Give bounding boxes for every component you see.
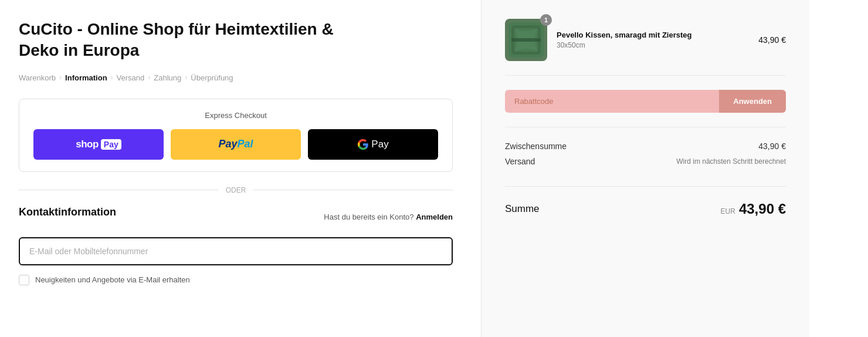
contact-header: Kontaktinformation Hast du bereits ein K… — [19, 206, 453, 228]
shipping-label: Versand — [505, 157, 535, 166]
breadcrumb-information[interactable]: Information — [65, 73, 107, 82]
left-panel: CuCito - Online Shop für Heimtextilien &… — [0, 0, 481, 337]
payment-buttons: shop Pay PayPal — [33, 129, 438, 160]
summary-rows: Zwischensumme 43,90 € Versand Wird im nä… — [505, 141, 786, 187]
login-link-area: Hast du bereits ein Konto? Anmelden — [324, 213, 453, 221]
discount-apply-button[interactable]: Anwenden — [719, 90, 786, 113]
discount-input[interactable] — [505, 90, 719, 113]
gpay-label: Pay — [357, 139, 388, 150]
total-label: Summe — [505, 203, 540, 215]
express-checkout-title: Express Checkout — [33, 111, 438, 120]
newsletter-row: Neuigkeiten und Angebote via E-Mail erha… — [19, 275, 453, 285]
total-row: Summe EUR 43,90 € — [505, 201, 786, 217]
paypal-button[interactable]: PayPal — [171, 129, 301, 160]
express-checkout-box: Express Checkout shop Pay PayPal — [19, 99, 453, 172]
quantity-badge: 1 — [540, 14, 552, 26]
right-panel: 1 Pevello Kissen, smaragd mit Ziersteg 3… — [481, 0, 809, 337]
total-value-group: EUR 43,90 € — [721, 201, 786, 217]
product-image — [505, 19, 547, 61]
product-subtitle: 30x50cm — [557, 41, 749, 49]
shoppay-button[interactable]: shop Pay — [33, 129, 164, 160]
breadcrumb-sep-1: › — [59, 73, 62, 82]
product-name: Pevello Kissen, smaragd mit Ziersteg — [557, 31, 749, 39]
newsletter-checkbox[interactable] — [19, 275, 29, 285]
discount-row: Anwenden — [505, 90, 786, 127]
breadcrumb-sep-4: › — [185, 73, 187, 82]
breadcrumb-sep-3: › — [148, 73, 150, 82]
newsletter-label: Neuigkeiten und Angebote via E-Mail erha… — [35, 275, 190, 284]
breadcrumb-zahlung[interactable]: Zahlung — [154, 73, 181, 82]
product-info: Pevello Kissen, smaragd mit Ziersteg 30x… — [557, 31, 749, 49]
login-link[interactable]: Anmelden — [416, 213, 453, 221]
site-title: CuCito - Online Shop für Heimtextilien &… — [19, 19, 453, 62]
google-g-icon — [357, 139, 369, 150]
email-input[interactable] — [19, 237, 453, 265]
breadcrumb: Warenkorb › Information › Versand › Zahl… — [19, 73, 453, 82]
shipping-row: Versand Wird im nächsten Schritt berechn… — [505, 157, 786, 166]
contact-heading: Kontaktinformation — [19, 206, 116, 218]
subtotal-label: Zwischensumme — [505, 141, 567, 151]
pillow-image — [508, 22, 544, 58]
total-value: 43,90 € — [739, 201, 786, 217]
product-row: 1 Pevello Kissen, smaragd mit Ziersteg 3… — [505, 19, 786, 76]
breadcrumb-sep-2: › — [111, 73, 113, 82]
gpay-button[interactable]: Pay — [308, 129, 438, 160]
breadcrumb-warenkorb[interactable]: Warenkorb — [19, 73, 56, 82]
breadcrumb-ueberpruefung[interactable]: Überprüfung — [191, 73, 233, 82]
oder-divider: ODER — [19, 186, 453, 194]
subtotal-row: Zwischensumme 43,90 € — [505, 141, 786, 151]
breadcrumb-versand[interactable]: Versand — [117, 73, 145, 82]
product-price: 43,90 € — [758, 35, 786, 45]
shipping-note: Wird im nächsten Schritt berechnet — [676, 157, 786, 166]
product-image-wrapper: 1 — [505, 19, 547, 61]
subtotal-value: 43,90 € — [758, 141, 786, 151]
svg-rect-3 — [511, 38, 541, 42]
total-currency: EUR — [721, 207, 735, 215]
